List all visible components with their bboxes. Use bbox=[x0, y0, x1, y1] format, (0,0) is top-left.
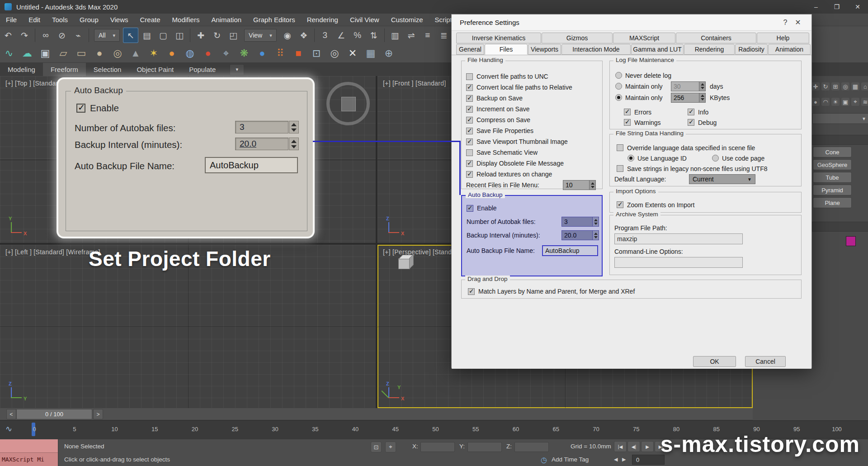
maxscript-mini-listener[interactable]: MAXScript Mi bbox=[0, 439, 58, 466]
menu-edit[interactable]: Edit bbox=[23, 14, 46, 26]
select-and-move-icon[interactable]: ✚ bbox=[193, 28, 208, 43]
utf8-checkbox[interactable] bbox=[617, 165, 623, 172]
autobak-files-spinner[interactable] bbox=[593, 217, 599, 227]
omni-light-icon[interactable]: ● bbox=[163, 46, 180, 61]
ok-button[interactable]: OK bbox=[693, 356, 736, 367]
increment-on-save-checkbox[interactable] bbox=[466, 106, 473, 113]
object-type-tube[interactable]: Tube bbox=[813, 172, 852, 183]
shapes-category-icon[interactable]: ◠ bbox=[821, 98, 830, 106]
object-color-swatch[interactable] bbox=[846, 236, 856, 246]
use-code-page-radio[interactable] bbox=[712, 155, 719, 162]
lights-category-icon[interactable]: ☀ bbox=[831, 98, 840, 106]
dialog-tab-rendering[interactable]: Rendering bbox=[684, 44, 735, 55]
menu-file[interactable]: File bbox=[0, 14, 23, 26]
scene-explorer-icon[interactable]: ≣ bbox=[436, 28, 452, 43]
torus-primitive-icon[interactable]: ◎ bbox=[109, 46, 126, 61]
menu-customize[interactable]: Customize bbox=[385, 14, 429, 26]
relax-brush-icon[interactable]: ∿ bbox=[0, 46, 18, 61]
maxscript-listener-pink-row[interactable] bbox=[0, 439, 58, 453]
window-crossing-icon[interactable]: ◫ bbox=[172, 28, 187, 43]
playback-button-2[interactable]: ▶ bbox=[641, 441, 654, 452]
name-color-rollout-header[interactable] bbox=[812, 222, 868, 232]
object-type-rollout-header[interactable] bbox=[812, 135, 868, 145]
fire-effect-icon[interactable]: ● bbox=[199, 46, 217, 61]
dialog-tab-interaction-mode[interactable]: Interaction Mode bbox=[561, 44, 631, 55]
exposure-icon[interactable]: ■ bbox=[290, 46, 307, 61]
save-file-properties-checkbox[interactable] bbox=[466, 128, 473, 134]
select-and-scale-icon[interactable]: ◰ bbox=[226, 28, 241, 43]
use-pivot-point-icon[interactable]: ◉ bbox=[280, 28, 295, 43]
dialog-tab-containers[interactable]: Containers bbox=[676, 33, 756, 43]
undo-icon[interactable]: ↶ bbox=[0, 28, 16, 43]
reference-coordinate-dropdown[interactable]: View▾ bbox=[244, 29, 277, 42]
selection-lock-icon[interactable]: ⌖ bbox=[385, 442, 396, 452]
zoom-extents-checkbox[interactable] bbox=[617, 201, 623, 208]
previous-frame-arrow-icon[interactable]: ◀ bbox=[614, 456, 618, 462]
dialog-tab-animation[interactable]: Animation bbox=[768, 44, 811, 55]
close-x-icon[interactable]: ✕ bbox=[344, 46, 361, 61]
command-line-options-field[interactable] bbox=[614, 257, 743, 268]
selection-filter-dropdown[interactable]: All▾ bbox=[94, 29, 120, 42]
next-frame-arrow-icon[interactable]: ▶ bbox=[622, 456, 626, 462]
align-icon[interactable]: ≡ bbox=[420, 28, 435, 43]
select-object-icon[interactable]: ↖ bbox=[123, 28, 138, 43]
menu-graph-editors[interactable]: Graph Editors bbox=[247, 14, 301, 26]
backup-interval-field[interactable]: 20.0 bbox=[235, 138, 288, 150]
dialog-tab-gamma-and-lut[interactable]: Gamma and LUT bbox=[631, 44, 684, 55]
backup-interval-spinner[interactable] bbox=[289, 138, 299, 150]
maximize-button[interactable]: ❐ bbox=[826, 0, 847, 14]
maintain-days-spinner[interactable] bbox=[699, 81, 706, 91]
match-layers-checkbox[interactable] bbox=[468, 288, 475, 295]
maintain-kbytes-radio[interactable] bbox=[615, 94, 622, 101]
percent-snap-icon[interactable]: % bbox=[350, 28, 365, 43]
errors-checkbox[interactable] bbox=[624, 109, 631, 115]
select-and-rotate-icon[interactable]: ↻ bbox=[209, 28, 225, 43]
convert-file-paths-to-unc-checkbox[interactable] bbox=[466, 73, 473, 80]
sphere-cluster-icon[interactable]: ◍ bbox=[181, 46, 198, 61]
spinner-snap-icon[interactable]: ⇅ bbox=[366, 28, 382, 43]
dialog-tab-gizmos[interactable]: Gizmos bbox=[542, 33, 613, 43]
current-frame-field[interactable]: 0 bbox=[632, 455, 665, 465]
select-and-manipulate-icon[interactable]: ❖ bbox=[296, 28, 311, 43]
next-frame-button[interactable]: > bbox=[93, 409, 103, 419]
z-coordinate-field[interactable] bbox=[514, 442, 549, 452]
bind-to-space-warp-icon[interactable]: ⌁ bbox=[71, 28, 86, 43]
maintain-kbytes-field[interactable]: 256 bbox=[671, 93, 699, 103]
menu-tools[interactable]: Tools bbox=[46, 14, 74, 26]
ribbon-minimize-icon[interactable]: ▾ bbox=[230, 64, 244, 75]
menu-animation[interactable]: Animation bbox=[205, 14, 247, 26]
warnings-checkbox[interactable] bbox=[624, 119, 631, 126]
autobak-files-spinner[interactable] bbox=[289, 121, 299, 133]
dialog-tab-inverse-kinematics[interactable]: Inverse Kinematics bbox=[456, 33, 541, 43]
select-by-name-icon[interactable]: ▤ bbox=[139, 28, 155, 43]
grid-tool-icon[interactable]: ▦ bbox=[362, 46, 379, 61]
dialog-tab-viewports[interactable]: Viewports bbox=[528, 44, 561, 55]
use-language-id-radio[interactable] bbox=[627, 155, 634, 162]
plane-primitive-icon[interactable]: ▱ bbox=[55, 46, 72, 61]
utilities-tab-icon[interactable]: ⌂ bbox=[861, 82, 868, 90]
dialog-tab-general[interactable]: General bbox=[456, 44, 484, 55]
ribbon-tab-object-paint[interactable]: Object Paint bbox=[129, 63, 181, 76]
save-viewport-thumbnail-image-checkbox[interactable] bbox=[466, 138, 473, 145]
rectangular-selection-icon[interactable]: ▢ bbox=[156, 28, 171, 43]
star-shape-icon[interactable]: ✶ bbox=[145, 46, 162, 61]
override-language-checkbox[interactable] bbox=[617, 144, 623, 151]
cone-primitive-icon[interactable]: ▲ bbox=[127, 46, 144, 61]
backup-interval-spinner[interactable] bbox=[593, 230, 599, 240]
target-icon[interactable]: ◎ bbox=[326, 46, 343, 61]
select-and-link-icon[interactable]: ∞ bbox=[38, 28, 53, 43]
space-warps-category-icon[interactable]: ≋ bbox=[861, 98, 868, 106]
sphere-primitive-icon[interactable]: ● bbox=[91, 46, 108, 61]
motion-tab-icon[interactable]: ◎ bbox=[841, 82, 849, 90]
never-delete-log-radio[interactable] bbox=[615, 72, 622, 79]
recent-files-spinner[interactable] bbox=[590, 180, 596, 190]
reload-textures-on-change-checkbox[interactable] bbox=[466, 171, 473, 178]
angle-snap-icon[interactable]: ∠ bbox=[334, 28, 349, 43]
unlink-selection-icon[interactable]: ⊘ bbox=[54, 28, 70, 43]
y-coordinate-field[interactable] bbox=[467, 442, 502, 452]
maintain-days-field[interactable]: 30 bbox=[671, 81, 699, 91]
minimize-button[interactable]: – bbox=[806, 0, 826, 14]
playback-button-0[interactable]: |◀ bbox=[614, 441, 627, 452]
save-schematic-view-checkbox[interactable] bbox=[466, 149, 473, 156]
isolate-selection-icon[interactable]: ⊡ bbox=[371, 442, 382, 452]
